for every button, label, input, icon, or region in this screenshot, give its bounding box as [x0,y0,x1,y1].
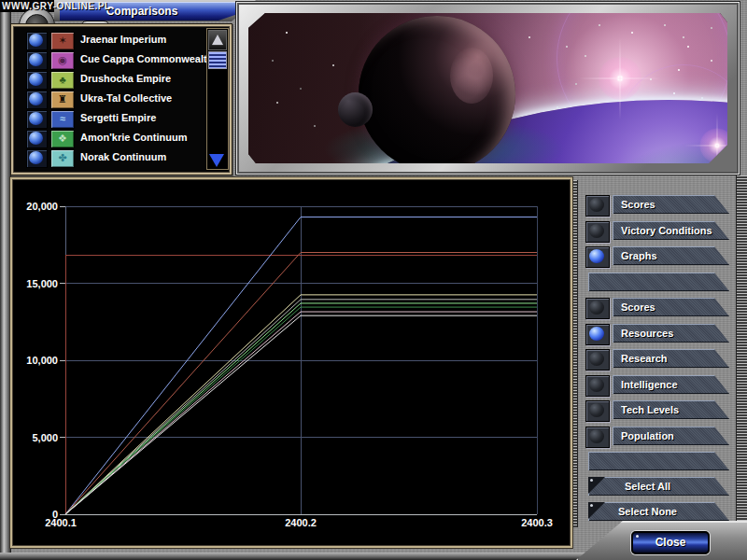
empire-row: ◉Cue Cappa Commonwealth [17,50,205,70]
empire-name: Amon'krie Continuum [80,132,187,143]
button-graphs[interactable]: Graphs [613,246,729,265]
empire-row: ♜Ukra-Tal Collective [17,90,205,109]
graph-panel: 05,00010,00015,00020,0002400.12400.22400… [10,177,572,548]
indicator-light-intelligence[interactable] [585,375,610,397]
button-label: Select All [588,481,707,492]
svg-text:15,000: 15,000 [26,278,58,289]
empire-flag-icon: ♜ [50,91,75,109]
indicator-light-resources[interactable] [585,324,610,345]
empire-name: Sergetti Empire [80,112,156,123]
empire-select-button[interactable] [26,32,48,50]
space-scene [248,13,727,163]
empire-row: ✤Norak Continuum [17,148,205,168]
empire-row: ❖Amon'krie Continuum [17,129,205,148]
space-viewport-frame [235,1,740,175]
svg-text:2400.1: 2400.1 [45,517,77,528]
close-button-label: Close [633,536,708,549]
svg-text:20,000: 20,000 [26,201,58,212]
star-flare [695,123,727,163]
empire-flag-icon: ♣ [50,71,75,90]
comparisons-screen: Comparisons WWW.GRY-ONLINE.PL ✶Jraenar I… [0,0,747,560]
button-label: Tech Levels [621,404,679,415]
empire-list-scrollbar[interactable] [206,28,229,170]
empire-select-button[interactable] [26,110,48,129]
empire-name: Drushocka Empire [80,73,171,84]
empire-name: Norak Continuum [80,151,166,162]
star-flare [592,50,648,106]
button-tech-levels[interactable]: Tech Levels [613,400,729,419]
svg-text:5,000: 5,000 [32,432,58,443]
button-intelligence[interactable]: Intelligence [613,375,729,394]
empire-row: ♣Drushocka Empire [17,70,205,90]
empire-select-button[interactable] [26,149,48,168]
empire-flag-icon: ❖ [50,130,75,148]
button-select-none[interactable]: Select None [588,502,729,521]
empire-name: Jraenar Imperium [80,34,166,45]
empire-flag-icon: ✤ [50,149,75,168]
moon [338,92,373,127]
empire-name: Ukra-Tal Collective [80,92,172,104]
button-label: Population [621,430,674,441]
empire-flag-icon: ✶ [50,32,75,50]
spacer-bar [588,273,729,291]
score-line-chart: 05,00010,00015,00020,0002400.12400.22400… [12,179,567,542]
spacer-bar [588,452,729,470]
button-label: Scores [621,199,655,210]
button-label: Intelligence [621,379,678,390]
button-label: Research [621,353,668,364]
button-label: Victory Conditions [621,225,712,236]
svg-text:2400.2: 2400.2 [285,517,317,528]
empire-select-button[interactable] [26,71,48,90]
indicator-light-graphs[interactable] [585,246,610,268]
button-label: Graphs [621,250,657,261]
button-research[interactable]: Research [613,349,729,368]
indicator-light-victory-conditions[interactable] [585,221,610,243]
button-label: Resources [621,328,673,339]
button-resources[interactable]: Resources [613,324,729,343]
arrow-up-icon [212,35,223,45]
button-select-all[interactable]: Select All [588,477,729,496]
indicator-light-tech-levels[interactable] [585,400,610,422]
indicator-light-scores[interactable] [585,298,610,319]
empire-select-button[interactable] [26,130,48,148]
empire-select-button[interactable] [26,91,48,109]
button-label: Scores [621,301,655,313]
svg-text:10,000: 10,000 [26,355,58,366]
button-victory-conditions[interactable]: Victory Conditions [613,221,729,240]
starfield [248,13,250,15]
empire-row: ✶Jraenar Imperium [17,31,205,50]
eclipsed-planet [359,16,515,163]
scroll-thumb[interactable] [208,51,227,69]
ribbed-strip-right [736,175,747,532]
empire-list-panel: ✶Jraenar Imperium◉Cue Cappa Commonwealth… [10,23,233,175]
scroll-up-button[interactable] [208,30,227,50]
button-label: Select None [588,506,707,517]
scroll-down-button arrow-down-icon[interactable] [209,154,224,167]
indicator-light-research[interactable] [585,349,610,371]
empire-row: ≈Sergetti Empire [17,109,205,129]
empire-select-button[interactable] [26,51,48,70]
button-scores[interactable]: Scores [613,195,729,214]
button-population[interactable]: Population [613,427,729,445]
button-scores[interactable]: Scores [613,298,729,316]
indicator-light-population[interactable] [585,427,610,448]
indicator-light-scores[interactable] [585,195,610,217]
empire-flag-icon: ≈ [50,110,75,129]
svg-text:2400.3: 2400.3 [521,517,553,528]
close-button[interactable]: Close [631,531,710,554]
watermark: WWW.GRY-ONLINE.PL [2,1,110,11]
empire-name: Cue Cappa Commonwealth [80,53,213,64]
empire-list: ✶Jraenar Imperium◉Cue Cappa Commonwealth… [17,31,205,168]
empire-flag-icon: ◉ [50,51,75,70]
